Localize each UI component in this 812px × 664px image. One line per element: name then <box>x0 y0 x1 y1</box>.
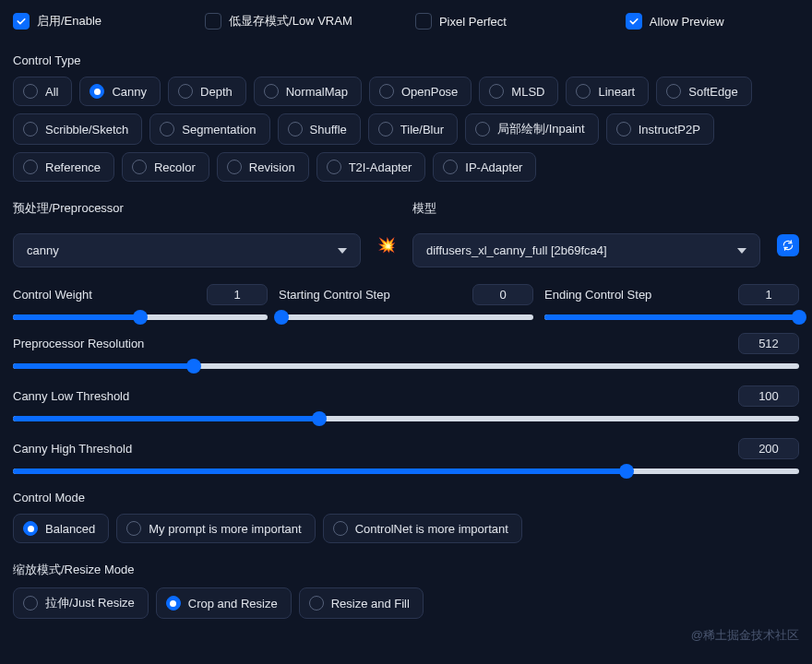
watermark: @稀土掘金技术社区 <box>691 627 799 644</box>
control-type-option-label: Canny <box>112 85 147 99</box>
control-type-option-depth[interactable]: Depth <box>168 77 246 106</box>
slider-track[interactable] <box>13 363 799 369</box>
control-type-option-label: Depth <box>200 85 233 99</box>
control-type-option-segmentation[interactable]: Segmentation <box>149 113 269 145</box>
resize-mode-option-crop-and-resize[interactable]: Crop and Resize <box>156 587 292 619</box>
resize-mode-label: 缩放模式/Resize Mode <box>13 562 799 578</box>
control-type-option-all[interactable]: All <box>13 77 72 106</box>
control-type-label: Control Type <box>13 53 799 67</box>
refresh-button[interactable] <box>777 234 799 256</box>
control-type-option-normalmap[interactable]: NormalMap <box>254 77 362 106</box>
checkbox-pixel-perfect[interactable]: Pixel Perfect <box>415 13 616 30</box>
radio-icon <box>126 521 141 536</box>
model-value: diffusers_xl_canny_full [2b69fca4] <box>426 243 607 257</box>
control-mode-option-controlnet-is-more-important[interactable]: ControlNet is more important <box>323 514 522 543</box>
control-type-option-shuffle[interactable]: Shuffle <box>278 113 361 145</box>
radio-icon <box>475 122 490 136</box>
control-type-option-label: Recolor <box>154 160 196 174</box>
radio-icon <box>132 160 147 174</box>
preprocessor-select[interactable]: canny <box>13 233 361 267</box>
preprocessor-label: 预处理/Preprocessor <box>13 200 361 217</box>
slider-track[interactable] <box>13 468 799 474</box>
slider-value[interactable]: 1 <box>738 284 799 305</box>
checkbox-allow-preview[interactable]: Allow Preview <box>626 13 799 30</box>
slider-value[interactable]: 0 <box>472 284 533 305</box>
radio-icon <box>23 596 38 611</box>
control-type-option-label: OpenPose <box>401 85 458 99</box>
checkbox-low-vram[interactable]: 低显存模式/Low VRAM <box>205 13 406 30</box>
slider-track[interactable] <box>279 314 533 320</box>
radio-icon <box>333 521 348 536</box>
radio-icon <box>23 122 38 136</box>
control-type-option-openpose[interactable]: OpenPose <box>369 77 472 106</box>
control-mode-option-balanced[interactable]: Balanced <box>13 514 109 543</box>
control-type-option-revision[interactable]: Revision <box>217 152 309 182</box>
slider-value[interactable]: 200 <box>738 438 799 459</box>
slider-preproc_res: Preprocessor Resolution512 <box>13 333 799 369</box>
checkbox-label: 启用/Enable <box>37 13 102 30</box>
control-type-option-softedge[interactable]: SoftEdge <box>656 77 752 106</box>
slider-ending_step: Ending Control Step1 <box>544 284 799 320</box>
chevron-down-icon <box>338 248 347 254</box>
resize-mode-option-label: Resize and Fill <box>331 597 410 611</box>
slider-value[interactable]: 100 <box>738 385 799 407</box>
slider-thumb[interactable] <box>186 359 201 374</box>
resize-mode-option-just-resize[interactable]: 拉伸/Just Resize <box>13 587 149 619</box>
slider-fill <box>13 468 627 474</box>
control-type-option-reference[interactable]: Reference <box>13 152 114 182</box>
slider-track[interactable] <box>13 416 799 421</box>
control-type-option-label: Shuffle <box>310 123 347 136</box>
slider-fill <box>13 416 319 421</box>
control-type-group: AllCannyDepthNormalMapOpenPoseMLSDLinear… <box>13 77 799 182</box>
model-select[interactable]: diffusers_xl_canny_full [2b69fca4] <box>412 233 760 267</box>
slider-thumb[interactable] <box>133 310 148 325</box>
slider-value[interactable]: 1 <box>207 284 268 305</box>
control-type-option-mlsd[interactable]: MLSD <box>479 77 558 106</box>
control-type-option-label: All <box>45 85 58 99</box>
slider-value[interactable]: 512 <box>738 333 799 354</box>
checkbox-enable[interactable]: 启用/Enable <box>13 13 196 30</box>
radio-icon <box>178 84 193 99</box>
control-type-option-ip-adapter[interactable]: IP-Adapter <box>433 152 536 182</box>
control-type-option-tile-blur[interactable]: Tile/Blur <box>368 113 458 145</box>
radio-icon <box>379 84 394 99</box>
radio-icon <box>227 160 242 174</box>
control-type-option-label: MLSD <box>511 85 544 99</box>
control-type-option-scribble-sketch[interactable]: Scribble/Sketch <box>13 113 142 145</box>
radio-icon <box>23 84 38 99</box>
checkbox-label: Allow Preview <box>650 15 724 29</box>
radio-icon <box>166 596 181 611</box>
radio-icon <box>160 122 174 136</box>
slider-thumb[interactable] <box>312 411 327 426</box>
control-type-option-instructp2p[interactable]: InstructP2P <box>606 113 714 145</box>
slider-fill <box>13 314 140 320</box>
radio-icon <box>23 160 38 174</box>
control-type-option-inpaint[interactable]: 局部绘制/Inpaint <box>465 113 599 145</box>
radio-icon <box>327 160 341 174</box>
radio-icon <box>576 84 591 99</box>
control-type-option-label: 局部绘制/Inpaint <box>497 121 585 137</box>
control-type-option-label: T2I-Adapter <box>349 160 412 174</box>
resize-mode-group: 拉伸/Just ResizeCrop and ResizeResize and … <box>13 587 799 619</box>
explosion-icon[interactable]: 💥 <box>377 236 396 254</box>
control-mode-label: Control Mode <box>13 491 799 504</box>
control-type-option-label: SoftEdge <box>688 85 738 99</box>
control-mode-option-label: Balanced <box>45 522 95 536</box>
slider-canny_high: Canny High Threshold200 <box>13 438 799 474</box>
control-type-option-t2i-adapter[interactable]: T2I-Adapter <box>316 152 426 182</box>
chevron-down-icon <box>737 248 746 254</box>
control-type-option-lineart[interactable]: Lineart <box>566 77 649 106</box>
control-type-option-canny[interactable]: Canny <box>79 77 161 106</box>
refresh-icon <box>782 239 794 252</box>
slider-track[interactable] <box>13 314 268 320</box>
control-mode-option-my-prompt-is-more-important[interactable]: My prompt is more important <box>116 514 315 543</box>
slider-thumb[interactable] <box>274 310 289 325</box>
slider-thumb[interactable] <box>619 464 634 479</box>
slider-label: Canny Low Threshold <box>13 389 129 403</box>
control-type-option-recolor[interactable]: Recolor <box>122 152 209 182</box>
slider-starting_step: Starting Control Step0 <box>279 284 533 320</box>
slider-thumb[interactable] <box>792 310 806 325</box>
resize-mode-option-resize-and-fill[interactable]: Resize and Fill <box>299 587 424 619</box>
slider-label: Ending Control Step <box>544 288 651 302</box>
slider-track[interactable] <box>544 314 799 320</box>
